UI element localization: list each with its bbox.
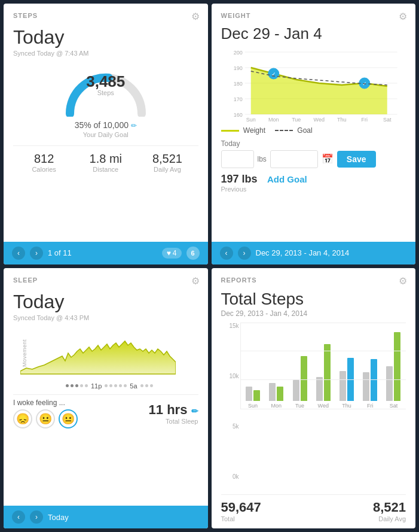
bar-group-sat: Sat bbox=[383, 332, 405, 409]
svg-text:180: 180 bbox=[233, 81, 242, 87]
add-goal-button[interactable]: Add Goal bbox=[267, 174, 307, 184]
sleep-hours-label: Total Sleep bbox=[149, 418, 198, 425]
weight-date-range: Dec 29 - Jan 4 bbox=[221, 25, 406, 42]
dot-4 bbox=[80, 384, 83, 387]
steps-section-label: STEPS bbox=[13, 12, 38, 19]
sleep-chart-area: Movement bbox=[13, 326, 198, 380]
sleep-next-button[interactable]: › bbox=[30, 510, 43, 524]
dot-7 bbox=[109, 384, 112, 387]
steps-card: STEPS ⚙ Today Synced Today @ 7:43 AM 3,4… bbox=[4, 4, 208, 265]
y-label-10k: 10k bbox=[229, 373, 238, 379]
reports-gear-icon[interactable]: ⚙ bbox=[399, 275, 407, 287]
bar-sat-green bbox=[394, 332, 400, 401]
bar-group-fri: Fri bbox=[359, 359, 381, 409]
daily-avg-value: 8,521 bbox=[136, 152, 198, 166]
grid-line-10k bbox=[240, 351, 406, 351]
time-label-5a: 5a bbox=[129, 382, 138, 390]
calories-label: Calories bbox=[13, 166, 75, 173]
svg-text:200: 200 bbox=[233, 50, 242, 56]
bar-label-tue: Tue bbox=[295, 403, 304, 409]
steps-goal: 35% of 10,000 ✏ bbox=[13, 120, 198, 130]
grid-line-15k bbox=[240, 323, 406, 323]
reports-total-label: Total bbox=[221, 515, 261, 522]
face-sad[interactable]: 😞 bbox=[13, 409, 32, 428]
svg-text:Mon: Mon bbox=[268, 117, 279, 123]
legend-dashed-line bbox=[275, 130, 293, 131]
weight-unit: lbs bbox=[258, 155, 267, 163]
svg-text:170: 170 bbox=[233, 96, 242, 102]
bar-label-fri: Fri bbox=[367, 403, 374, 409]
bar-tue-green bbox=[301, 356, 307, 401]
weight-legend: Weight Goal bbox=[221, 126, 406, 135]
steps-title: Today bbox=[13, 26, 198, 48]
svg-text:190: 190 bbox=[233, 65, 242, 71]
grid-line-5k bbox=[240, 379, 406, 380]
svg-text:Fri: Fri bbox=[361, 117, 368, 123]
like-icon: ♥ bbox=[167, 249, 171, 257]
like-badge[interactable]: ♥ 4 bbox=[162, 248, 182, 259]
reports-totals: 59,647 Total 8,521 Daily Avg bbox=[221, 494, 406, 522]
steps-prev-button[interactable]: ‹ bbox=[12, 247, 25, 260]
steps-like-section: ♥ 4 6 bbox=[162, 247, 200, 260]
dot-6 bbox=[105, 384, 108, 387]
bar-wed-green bbox=[324, 344, 331, 401]
calendar-icon[interactable]: 📅 bbox=[322, 153, 334, 165]
reports-chart: 15k 10k 5k 0k Sun bbox=[221, 323, 406, 493]
svg-marker-22 bbox=[20, 341, 176, 374]
steps-gear-icon[interactable]: ⚙ bbox=[191, 11, 200, 22]
reports-total-value: 59,647 bbox=[221, 500, 261, 515]
reports-section-label: REPORTS bbox=[221, 276, 257, 284]
bars-container: Sun Mon bbox=[240, 323, 406, 409]
weight-card: WEIGHT ⚙ Dec 29 - Jan 4 200 190 180 170 … bbox=[212, 4, 416, 265]
goal-edit-icon[interactable]: ✏ bbox=[131, 121, 137, 130]
weight-footer: ‹ › Dec 29, 2013 - Jan 4, 2014 bbox=[212, 242, 416, 265]
y-label-15k: 15k bbox=[229, 323, 238, 329]
sleep-footer: ‹ › Today bbox=[4, 506, 208, 528]
dot-13 bbox=[150, 384, 153, 387]
weight-legend-goal: Goal bbox=[275, 126, 313, 135]
sleep-card: SLEEP ⚙ Today Synced Today @ 4:43 PM Mov… bbox=[4, 268, 208, 529]
reports-avg-section: 8,521 Daily Avg bbox=[373, 500, 406, 522]
weight-value-input[interactable] bbox=[221, 150, 254, 168]
chat-badge[interactable]: 6 bbox=[186, 247, 200, 260]
bar-fri-gray bbox=[363, 372, 369, 401]
svg-text:Sat: Sat bbox=[383, 117, 391, 123]
calories-value: 812 bbox=[13, 152, 75, 166]
weight-next-button[interactable]: › bbox=[238, 247, 251, 260]
sleep-section-label: SLEEP bbox=[13, 276, 38, 284]
bar-label-mon: Mon bbox=[271, 403, 282, 409]
steps-gauge: 3,485 Steps bbox=[13, 63, 198, 117]
bar-label-sun: Sun bbox=[248, 403, 258, 409]
dot-3 bbox=[75, 384, 78, 387]
bar-sun-green bbox=[253, 390, 260, 401]
sleep-hours-section: 11 hrs ✏ Total Sleep bbox=[149, 402, 198, 425]
sleep-time-dots: 11p 5a bbox=[20, 382, 198, 390]
weight-gear-icon[interactable]: ⚙ bbox=[399, 11, 407, 22]
weight-chart-svg: 200 190 180 170 160 ✓ ✓ Sun Mon Tue bbox=[221, 46, 406, 124]
sleep-chart-svg-wrap bbox=[20, 326, 198, 379]
sleep-prev-button[interactable]: ‹ bbox=[12, 510, 25, 524]
steps-next-button[interactable]: › bbox=[30, 247, 43, 260]
sleep-edit-icon[interactable]: ✏ bbox=[191, 406, 198, 416]
weight-previous-label: Previous bbox=[221, 186, 406, 193]
bar-wed-gray bbox=[316, 377, 323, 401]
bar-label-thu: Thu bbox=[342, 403, 351, 409]
daily-avg-label: Daily Avg bbox=[136, 166, 198, 173]
sleep-hours-value: 11 hrs ✏ bbox=[149, 402, 198, 418]
sleep-chart-svg bbox=[20, 326, 176, 377]
weight-save-button[interactable]: Save bbox=[337, 151, 376, 168]
bar-sat-gray bbox=[386, 366, 393, 401]
dot-2 bbox=[71, 384, 74, 387]
sleep-gear-icon[interactable]: ⚙ bbox=[191, 275, 200, 287]
sleep-bottom: I woke feeling ... 😞 😐 😐 11 hrs ✏ Total … bbox=[13, 394, 198, 428]
weight-footer-date: Dec 29, 2013 - Jan 4, 2014 bbox=[256, 248, 350, 257]
face-neutral2[interactable]: 😐 bbox=[59, 409, 78, 428]
sleep-footer-label: Today bbox=[48, 513, 69, 522]
face-neutral[interactable]: 😐 bbox=[36, 409, 55, 428]
reports-total-section: 59,647 Total bbox=[221, 500, 261, 522]
steps-stats: 812 Calories 1.8 mi Distance 8,521 Daily… bbox=[13, 145, 198, 173]
gauge-steps-number: 3,485 bbox=[86, 74, 125, 89]
weight-date-input[interactable] bbox=[270, 150, 318, 168]
weight-prev-button[interactable]: ‹ bbox=[220, 247, 233, 260]
bar-sun-gray bbox=[246, 387, 252, 401]
